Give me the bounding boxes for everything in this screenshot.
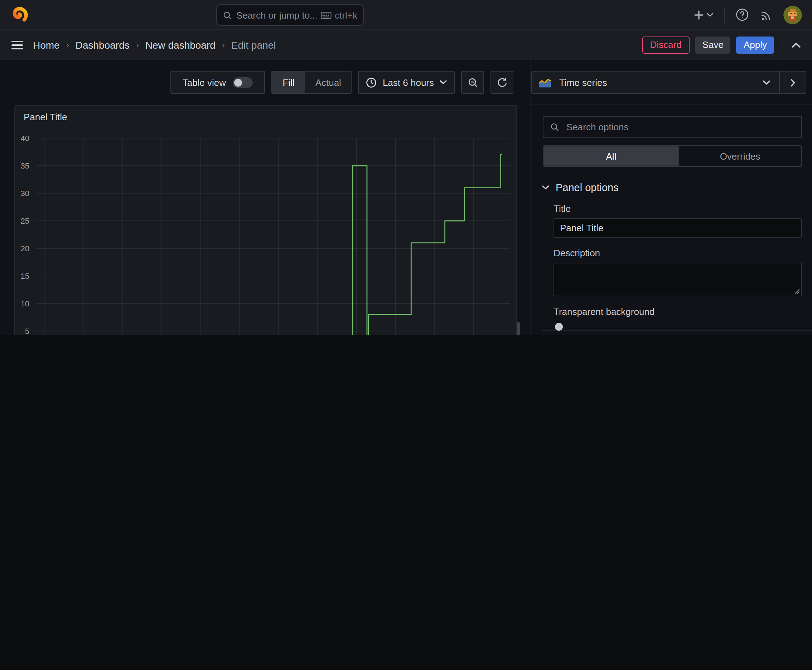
save-button[interactable]: Save	[695, 36, 731, 53]
chevron-down-icon	[440, 80, 447, 85]
table-view-toggle[interactable]: Table view	[170, 71, 264, 94]
svg-text:25: 25	[21, 217, 29, 225]
breadcrumb-home[interactable]: Home	[33, 39, 60, 51]
breadcrumb-edit-panel: Edit panel	[231, 39, 276, 51]
search-options-input[interactable]	[565, 121, 795, 133]
topnav-actions	[694, 5, 802, 24]
breadcrumb-new-dashboard[interactable]: New dashboard	[145, 39, 215, 51]
search-icon	[550, 122, 559, 132]
plus-icon	[694, 10, 704, 20]
svg-text:35: 35	[21, 161, 29, 170]
topnav-divider	[724, 7, 725, 22]
breadcrumb-separator-icon: ›	[136, 40, 139, 50]
tab-all[interactable]: All	[544, 146, 679, 166]
collapse-header-icon[interactable]	[792, 42, 800, 47]
apply-button[interactable]: Apply	[736, 36, 774, 53]
breadcrumb-bar: Home › Dashboards › New dashboard › Edit…	[0, 30, 812, 60]
svg-text:10: 10	[21, 299, 29, 308]
panel-title-input[interactable]	[554, 218, 802, 238]
panel-toolbar: Table view Fill Actual Last 6 hours	[0, 71, 514, 94]
chevron-down-icon	[763, 80, 770, 85]
menu-toggle-icon[interactable]	[12, 41, 23, 49]
svg-text:20: 20	[21, 244, 29, 253]
section-panel-options[interactable]: Panel options	[531, 182, 812, 193]
all-overrides-tabs: All Overrides	[543, 146, 802, 167]
top-nav: Search or jump to... ctrl+k	[0, 0, 812, 30]
edit-actions: Discard Save Apply	[642, 36, 801, 53]
fill-option[interactable]: Fill	[272, 71, 305, 94]
fill-actual-segment: Fill Actual	[271, 71, 352, 94]
description-label: Description	[554, 248, 802, 259]
actual-option[interactable]: Actual	[305, 71, 351, 93]
user-avatar[interactable]	[783, 5, 802, 24]
global-search-input[interactable]: Search or jump to... ctrl+k	[216, 4, 364, 26]
breadcrumb-separator-icon: ›	[66, 40, 69, 50]
grafana-logo-icon[interactable]	[10, 5, 29, 24]
timeseries-viz-icon	[539, 77, 552, 88]
resize-handle-icon[interactable]	[794, 288, 800, 294]
search-shortcut: ctrl+k	[320, 10, 357, 20]
search-placeholder: Search or jump to...	[236, 10, 316, 20]
discard-button[interactable]: Discard	[642, 36, 690, 53]
svg-text:40: 40	[21, 134, 29, 143]
main-scrollbar[interactable]	[517, 322, 520, 335]
timeseries-chart[interactable]: 051015202530354015:3016:0016:3017:0017:3…	[15, 122, 516, 335]
description-textarea[interactable]	[554, 263, 802, 296]
help-icon[interactable]	[736, 8, 749, 22]
description-field: Description	[531, 248, 812, 296]
breadcrumb-separator-icon: ›	[222, 40, 225, 50]
new-button[interactable]	[694, 10, 713, 20]
panel-title[interactable]: Panel Title	[15, 106, 516, 122]
title-field: Title	[531, 203, 812, 238]
grafana-app: Search or jump to... ctrl+k	[0, 0, 812, 335]
visualization-picker[interactable]: Time series	[531, 71, 806, 94]
breadcrumb-dashboards[interactable]: Dashboards	[76, 39, 130, 51]
title-label: Title	[554, 203, 802, 214]
options-sidebar: Time series All Overrides	[530, 60, 812, 335]
chevron-down-icon	[542, 185, 549, 189]
time-range-picker[interactable]: Last 6 hours	[358, 71, 455, 94]
svg-text:15: 15	[21, 272, 29, 281]
chevron-down-icon	[707, 12, 713, 17]
actions-divider	[783, 36, 783, 53]
tab-overrides[interactable]: Overrides	[679, 146, 801, 166]
news-icon[interactable]	[760, 8, 773, 21]
svg-text:5: 5	[25, 327, 29, 335]
refresh-icon	[497, 77, 507, 88]
zoom-out-button[interactable]	[461, 71, 484, 94]
panel-preview: Panel Title 051015202530354015:3016:0016…	[14, 105, 517, 335]
clock-icon	[366, 77, 377, 88]
workspace: Table view Fill Actual Last 6 hours	[0, 60, 812, 335]
keyboard-icon	[320, 11, 331, 19]
toggle-options-pane-icon[interactable]	[780, 78, 805, 86]
time-range-label: Last 6 hours	[383, 77, 434, 88]
search-options-box[interactable]	[543, 116, 802, 138]
breadcrumb: Home › Dashboards › New dashboard › Edit…	[33, 39, 276, 51]
sidebar-divider	[531, 104, 812, 105]
zoom-out-icon	[467, 77, 478, 88]
panel-links-row[interactable]: Panel links	[531, 331, 812, 335]
table-view-label: Table view	[183, 77, 226, 88]
transparent-bg-field: Transparent background	[531, 306, 812, 317]
visualization-name: Time series	[559, 77, 607, 88]
search-icon	[223, 10, 232, 20]
refresh-button[interactable]	[490, 71, 514, 94]
transparent-bg-label: Transparent background	[554, 306, 802, 317]
table-view-switch[interactable]	[232, 77, 253, 88]
main-column: Table view Fill Actual Last 6 hours	[0, 60, 530, 335]
svg-text:30: 30	[21, 189, 29, 198]
